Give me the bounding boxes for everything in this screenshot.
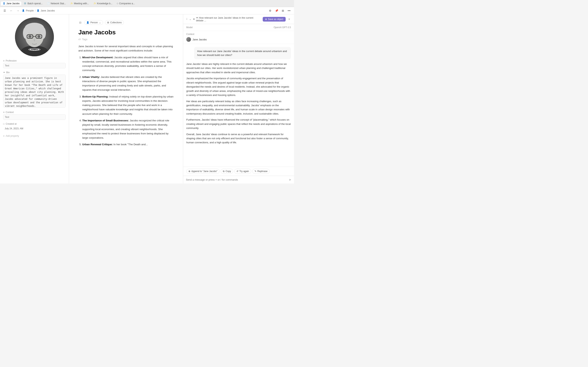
svg-point-15 xyxy=(33,50,34,51)
star-icon: ✦ xyxy=(3,71,5,74)
list-item: Mixed-Use Development: Jacobs argued tha… xyxy=(82,55,174,73)
created-at-label: □ Created at xyxy=(3,123,66,125)
profession-label: ≡ Profession xyxy=(3,59,66,62)
model-label: Model xyxy=(186,26,193,29)
breadcrumb-current[interactable]: Jane Jacobs xyxy=(41,9,55,12)
svg-point-13 xyxy=(30,49,31,50)
forward-button[interactable]: → xyxy=(15,8,20,13)
hamburger-icon: ☰ xyxy=(3,9,6,12)
tools-button[interactable]: ⚙ xyxy=(268,8,273,13)
append-icon: ⊕ xyxy=(188,170,190,173)
list-item: The Importance of Small Businesses: Jaco… xyxy=(82,118,174,140)
item-heading-3: Bottom-Up Planning: xyxy=(82,95,109,98)
rephrase-icon: ✎ xyxy=(255,170,257,173)
rephrase-button[interactable]: ✎ Rephrase xyxy=(252,169,270,174)
add-property-button[interactable]: ≡ Add property xyxy=(3,134,66,138)
context-list-icon: ≡ xyxy=(3,111,4,114)
ai-context-label: Context xyxy=(186,33,291,35)
nav-toggle-button[interactable]: ☰ xyxy=(2,8,7,13)
person-breadcrumb-icon: 👤 xyxy=(22,9,25,12)
item-heading-5: Urban Renewal Critique: xyxy=(82,143,113,146)
more-button[interactable]: ••• xyxy=(286,8,292,13)
answer-p3: Her ideas are particularly relevant toda… xyxy=(186,99,291,116)
ai-model-row: Model OpenAI GPT-3.5 xyxy=(183,24,294,31)
list-item: Urban Vitality: Jacobs believed that vib… xyxy=(82,75,174,92)
svg-point-11 xyxy=(37,35,40,38)
tab-meeting-with[interactable]: ✨ Meeting with... xyxy=(68,1,91,6)
list-icon: ≡ xyxy=(3,59,4,62)
ai-question-bubble: How relevant our Jane Jacobs' ideas in t… xyxy=(194,47,291,59)
answer-p5: Overall, Jane Jacobs' ideas continue to … xyxy=(186,132,291,145)
forward-icon: → xyxy=(17,9,19,12)
context-input[interactable] xyxy=(3,114,66,120)
sidebar-icon-btn[interactable]: ⊟ xyxy=(78,20,82,25)
ai-context-item: Jane Jacobs xyxy=(186,37,291,42)
append-button[interactable]: ⊕ Append to "Jane Jacobs" xyxy=(186,169,219,174)
ai-context-section: Context Jane Jacobs xyxy=(183,31,294,44)
answer-p2: Jacobs emphasized the importance of comm… xyxy=(186,76,291,97)
gear-icon: ⚙️ xyxy=(24,2,26,5)
list-item: Bottom-Up Planning: Instead of relying s… xyxy=(82,95,174,116)
tab-batch-op[interactable]: ⚙️ Batch operat... xyxy=(22,1,44,6)
profession-input[interactable] xyxy=(3,63,66,68)
ai-panel-header: ⠿ ⌄ ✦ ✦ How relevant our Jane Jacobs' id… xyxy=(183,14,294,24)
ai-conversation[interactable]: How relevant our Jane Jacobs' ideas in t… xyxy=(183,44,294,167)
profile-panel: ≡ Profession ✦ Bio Jane Jacobs was a pro… xyxy=(0,14,69,184)
ai-message-input[interactable] xyxy=(186,178,287,181)
drag-handle-icon[interactable]: ⠿ xyxy=(186,18,188,21)
layout-icon: ⊞ xyxy=(282,9,284,12)
doc-intro: Jane Jacobs is known for several importa… xyxy=(78,44,174,53)
collections-button[interactable]: ⊞ Collections xyxy=(105,20,124,25)
person-tag-button[interactable]: 👤 Person ⌄ xyxy=(84,20,103,25)
expand-icon[interactable]: ⌄ xyxy=(189,18,191,21)
ai-input-area: ➤ xyxy=(183,176,294,184)
tab-jane-jacobs[interactable]: 👤 Jane Jacobs xyxy=(1,1,21,6)
item-text-4: Jacobs recognized the critical role play… xyxy=(82,119,169,139)
bio-textarea[interactable]: Jane Jacobs was a prominent figure in ur… xyxy=(3,75,66,108)
tab-bar: 👤 Jane Jacobs ⚙️ Batch operat... 📄 Netwo… xyxy=(0,0,294,7)
item-text-5: In her book "The Death and... xyxy=(113,143,148,146)
avatar-container xyxy=(3,17,66,56)
ai-send-button[interactable]: ➤ xyxy=(289,178,291,182)
ai-panel-close-button[interactable]: × xyxy=(287,17,291,21)
model-value: OpenAI GPT-3.5 xyxy=(274,26,291,29)
breadcrumb-people[interactable]: People xyxy=(26,9,34,12)
ai-panel: ⠿ ⌄ ✦ ✦ How relevant our Jane Jacobs' id… xyxy=(183,14,294,184)
breadcrumb: 👤 People / 👤 Jane Jacobs xyxy=(22,9,55,12)
svg-point-14 xyxy=(32,49,33,50)
item-text-3: Instead of relying solely on top-down pl… xyxy=(82,95,173,115)
send-icon: ➤ xyxy=(289,178,291,181)
item-heading-2: Urban Vitality: xyxy=(82,75,100,78)
person-tag-icon: 👤 xyxy=(86,21,89,24)
created-at-value: July 24, 2023, AM xyxy=(3,126,66,131)
save-as-object-button[interactable]: ⊕ Save as object xyxy=(263,17,286,22)
back-button[interactable]: ← xyxy=(9,8,14,13)
tab-companies-a[interactable]: ◇ Companies a... xyxy=(115,1,137,6)
layout-button[interactable]: ⊞ xyxy=(281,8,285,13)
context-field-group: ≡ Context xyxy=(3,111,66,120)
copy-button[interactable]: ⧉ Copy xyxy=(221,169,233,174)
person-icon: 👤 xyxy=(3,2,5,5)
try-again-button[interactable]: ↺ Try again xyxy=(234,169,251,174)
doc-title: Jane Jacobs xyxy=(78,29,174,36)
context-person-name: Jane Jacobs xyxy=(192,38,207,41)
close-icon: × xyxy=(288,17,290,21)
pin-button[interactable]: 📌 xyxy=(274,8,279,13)
toolbar-right: ⚙ 📌 ⊞ ••• xyxy=(268,8,292,13)
ai-footer-actions: ⊕ Append to "Jane Jacobs" ⧉ Copy ↺ Try a… xyxy=(183,167,294,176)
svg-point-10 xyxy=(28,35,32,38)
retry-icon: ↺ xyxy=(236,170,238,173)
answer-p4: Furthermore, Jacobs' ideas have influenc… xyxy=(186,118,291,130)
tab-knowledge-b[interactable]: ✨ Knowledge b... xyxy=(91,1,114,6)
list-item: Urban Renewal Critique: In her book "The… xyxy=(82,142,174,147)
svg-point-6 xyxy=(40,27,46,39)
toolbar: ☰ ← → 👤 People / 👤 Jane Jacobs ⚙ 📌 ⊞ ••• xyxy=(0,7,294,14)
sparkle-icon-2: ✨ xyxy=(93,2,96,5)
breadcrumb-icon-person: 👤 xyxy=(37,9,39,12)
tag-icon: 🏷 xyxy=(78,38,81,41)
doc-tags: 🏷 Tags xyxy=(78,38,174,41)
calendar-icon: □ xyxy=(3,123,4,125)
ai-panel-title: ✦ ✦ How relevant our Jane Jacobs' ideas … xyxy=(193,16,261,22)
doc-panel: ⊟ 👤 Person ⌄ ⊞ Collections Jane Jacobs 🏷… xyxy=(69,14,183,184)
tab-network-stat[interactable]: 📄 Network Stat... xyxy=(45,1,68,6)
